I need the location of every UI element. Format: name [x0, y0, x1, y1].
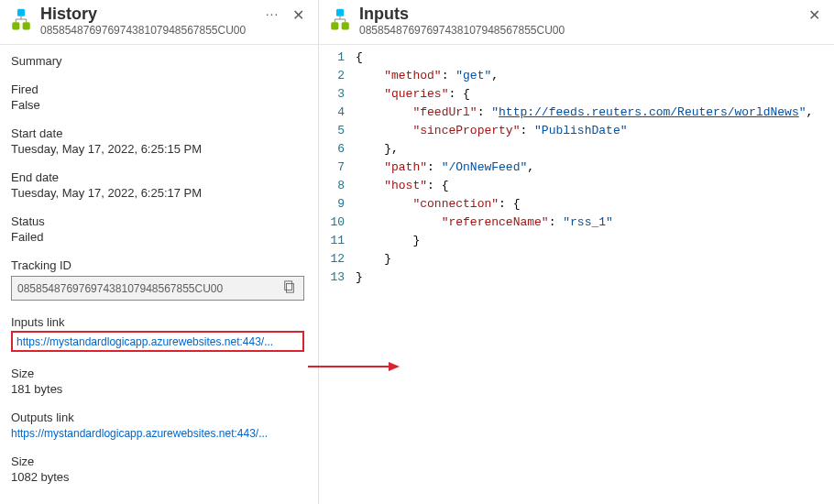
- close-button[interactable]: ✕: [803, 4, 825, 26]
- inputs-link[interactable]: https://mystandardlogicapp.azurewebsites…: [16, 335, 273, 348]
- svg-rect-3: [287, 284, 294, 293]
- inputs-subtitle: 08585487697697438107948567855CU00: [359, 24, 803, 37]
- copy-button[interactable]: [281, 280, 298, 296]
- inputs-link-label: Inputs link: [11, 315, 307, 329]
- tracking-id-value: 08585487697697438107948567855CU00: [17, 282, 281, 295]
- start-date-value: Tuesday, May 17, 2022, 6:25:15 PM: [11, 142, 307, 156]
- end-date-value: Tuesday, May 17, 2022, 6:25:17 PM: [11, 186, 307, 200]
- fired-value: False: [11, 98, 307, 112]
- inputs-link-box: https://mystandardlogicapp.azurewebsites…: [11, 331, 304, 352]
- inputs-size-value: 181 bytes: [11, 382, 307, 396]
- svg-rect-1: [23, 22, 30, 29]
- connector-icon: [328, 7, 352, 31]
- code-area: { "method": "get", "queries": { "feedUrl…: [356, 49, 834, 287]
- start-date-label: Start date: [11, 126, 307, 140]
- svg-rect-4: [285, 281, 292, 290]
- line-gutter: 12345678910111213: [319, 49, 356, 287]
- tracking-id-label: Tracking ID: [11, 258, 307, 272]
- outputs-size-label: Size: [11, 455, 307, 468]
- summary-heading: Summary: [11, 54, 307, 68]
- svg-rect-9: [336, 9, 344, 16]
- history-subtitle: 08585487697697438107948567855CU00: [40, 24, 261, 37]
- svg-rect-8: [342, 22, 349, 29]
- inputs-header: Inputs 08585487697697438107948567855CU00…: [319, 0, 834, 45]
- svg-rect-2: [17, 9, 25, 16]
- outputs-link[interactable]: https://mystandardlogicapp.azurewebsites…: [11, 427, 268, 440]
- history-panel: History 08585487697697438107948567855CU0…: [0, 0, 319, 504]
- svg-rect-0: [12, 22, 19, 29]
- svg-rect-7: [331, 22, 338, 29]
- tracking-id-box: 08585487697697438107948567855CU00: [11, 276, 304, 301]
- history-title: History: [40, 4, 261, 24]
- inputs-size-label: Size: [11, 367, 307, 380]
- outputs-link-label: Outputs link: [11, 411, 307, 424]
- inputs-title: Inputs: [359, 4, 803, 24]
- close-button[interactable]: ✕: [287, 4, 309, 26]
- connector-icon: [9, 7, 33, 31]
- inputs-panel: Inputs 08585487697697438107948567855CU00…: [319, 0, 834, 504]
- json-editor[interactable]: 12345678910111213 { "method": "get", "qu…: [319, 45, 834, 287]
- end-date-label: End date: [11, 170, 307, 184]
- history-body: Summary Fired False Start date Tuesday, …: [0, 45, 318, 504]
- status-label: Status: [11, 214, 307, 228]
- status-value: Failed: [11, 230, 307, 244]
- fired-label: Fired: [11, 82, 307, 96]
- outputs-size-value: 1082 bytes: [11, 470, 307, 484]
- more-actions-button[interactable]: ···: [261, 4, 283, 26]
- history-header: History 08585487697697438107948567855CU0…: [0, 0, 318, 45]
